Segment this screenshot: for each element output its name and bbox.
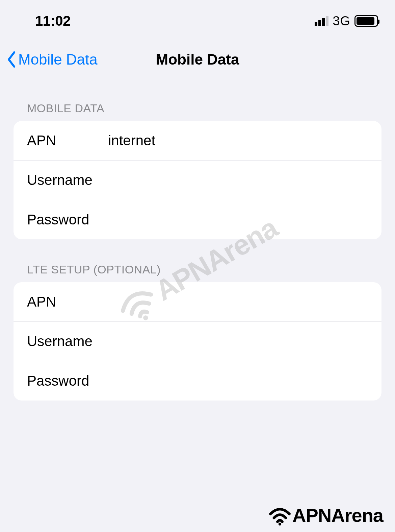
back-label: Mobile Data [18, 51, 98, 68]
row-mobile-data-password[interactable]: Password [14, 200, 381, 239]
lte-password-input[interactable] [108, 373, 368, 389]
signal-strength-icon [315, 16, 328, 26]
section-group-mobile-data: APN Username Password [14, 121, 381, 239]
status-indicators: 3G [315, 14, 378, 28]
status-bar: 11:02 3G [0, 0, 395, 36]
wifi-icon [268, 503, 292, 527]
username-label: Username [27, 172, 108, 188]
row-lte-apn[interactable]: APN [14, 282, 381, 322]
lte-username-label: Username [27, 333, 108, 349]
content-area: MOBILE DATA APN Username Password LTE SE… [0, 78, 395, 401]
chevron-left-icon [7, 51, 17, 68]
navigation-bar: Mobile Data Mobile Data [0, 36, 395, 78]
lte-password-label: Password [27, 373, 108, 389]
row-mobile-data-apn[interactable]: APN [14, 121, 381, 161]
password-label: Password [27, 212, 108, 228]
status-time: 11:02 [35, 13, 71, 29]
password-input[interactable] [108, 212, 368, 228]
section-header-lte-setup: LTE SETUP (OPTIONAL) [14, 239, 381, 282]
back-button[interactable]: Mobile Data [7, 51, 98, 68]
apn-label: APN [27, 132, 108, 149]
row-mobile-data-username[interactable]: Username [14, 161, 381, 200]
section-header-mobile-data: MOBILE DATA [14, 78, 381, 121]
lte-apn-label: APN [27, 294, 108, 310]
watermark-bottom: APNArena [268, 503, 383, 527]
row-lte-password[interactable]: Password [14, 361, 381, 401]
network-type: 3G [333, 14, 350, 28]
apn-input[interactable] [108, 132, 368, 149]
battery-icon [354, 15, 378, 27]
watermark-bottom-text: APNArena [292, 504, 383, 526]
lte-username-input[interactable] [108, 333, 368, 349]
lte-apn-input[interactable] [108, 294, 368, 310]
row-lte-username[interactable]: Username [14, 322, 381, 361]
svg-point-1 [279, 523, 281, 525]
section-group-lte-setup: APN Username Password [14, 282, 381, 401]
username-input[interactable] [108, 172, 368, 188]
